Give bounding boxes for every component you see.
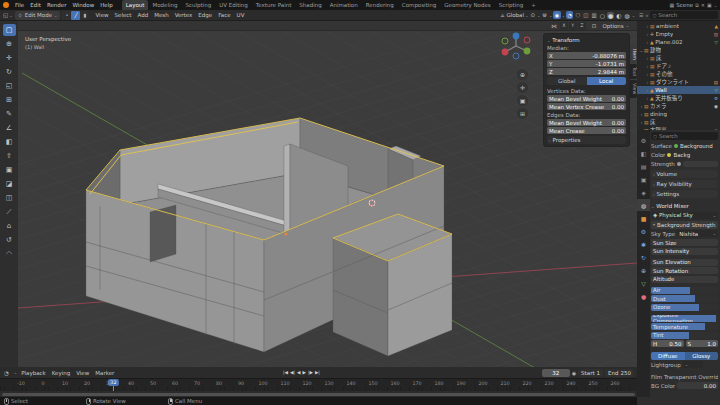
outliner-item-dining[interactable]: ›▤dining <box>637 110 720 118</box>
global-button[interactable]: Global <box>547 77 587 85</box>
workspace-tab-shading[interactable]: Shading <box>295 0 325 10</box>
mirror-x-button[interactable]: X <box>560 22 568 30</box>
mode-dropdown[interactable]: ⬦ Edit Mode ⌄ <box>15 11 61 20</box>
menu-render[interactable]: Render <box>44 2 70 8</box>
jump-next-keyframe-button[interactable]: |▶ <box>308 370 313 375</box>
play-reverse-button[interactable]: ◀ <box>297 370 300 375</box>
workspace-tab-modeling[interactable]: Modeling <box>148 0 181 10</box>
timeline-menu-view[interactable]: View <box>76 370 89 376</box>
options-caret-icon[interactable]: ⌄ <box>626 23 629 28</box>
viewport-menu-face[interactable]: Face <box>215 12 233 18</box>
pivot-caret-icon[interactable]: ⌄ <box>537 13 540 18</box>
data-field[interactable]: Mean Bevel Weight0.00 <box>547 119 626 126</box>
proportional-editing-icon[interactable]: ◉ <box>553 11 560 19</box>
data-field[interactable]: Mean Vertex Crease0.00 <box>547 103 626 110</box>
pan-icon[interactable]: ✛ <box>517 82 528 93</box>
outliner-item-床[interactable]: ›▤床 <box>637 54 720 62</box>
toggle-perspective-icon[interactable]: ⊞ <box>517 108 528 119</box>
proportional-falloff-icon[interactable]: ◔ <box>566 11 573 19</box>
snap-caret-icon[interactable]: ⌄ <box>549 13 552 18</box>
properties-tab-modifiers[interactable]: ⚙ <box>637 225 650 237</box>
workspace-tab-compositing[interactable]: Compositing <box>398 0 440 10</box>
shading-material-icon[interactable]: ◐ <box>615 12 622 19</box>
end-frame-field[interactable]: End 250 <box>605 369 634 377</box>
add-workspace-button[interactable]: + <box>527 0 540 10</box>
mirror-z-button[interactable]: Z <box>578 22 586 30</box>
snap-to-icon[interactable]: ⊡ <box>591 23 598 29</box>
orientation-dropdown[interactable]: Global <box>506 12 524 18</box>
slider-ozone[interactable]: Ozone <box>651 304 718 311</box>
navigation-gizmo[interactable] <box>498 32 534 68</box>
n-panel-tab-view[interactable]: View <box>630 80 637 97</box>
slider-sun-elevation[interactable]: Sun Elevation <box>651 259 718 266</box>
tool-select-box[interactable]: ▢ <box>3 24 16 36</box>
orientation-caret-icon[interactable]: ⌄ <box>525 13 528 18</box>
slider-tint[interactable]: Tint <box>651 332 718 339</box>
viewport-menu-uv[interactable]: UV <box>234 12 248 18</box>
median-x-field[interactable]: X-0.88076 m <box>547 52 626 59</box>
outliner-item-天井板張り[interactable]: ›▲天井板張り⚙ <box>637 94 720 102</box>
properties-tab-world[interactable]: ◍ <box>637 199 650 211</box>
outliner-item-ダウンライト[interactable]: ›▤ダウンライト▤ <box>637 78 720 86</box>
gizmo-z-neg[interactable] <box>513 53 519 59</box>
slider-dust[interactable]: Dust <box>651 295 718 302</box>
tool-add-cube[interactable]: ◧ <box>3 136 16 148</box>
panel-world-mixer[interactable]: ⌄World Mixer <box>651 202 718 210</box>
menu-edit[interactable]: Edit <box>27 2 44 8</box>
tool-inset-faces[interactable]: ▣ <box>3 164 16 176</box>
overlays-icon[interactable]: ◫ <box>582 12 589 18</box>
viewport-menu-add[interactable]: Add <box>135 12 152 18</box>
editor-type-icon[interactable]: ◱ <box>2 12 9 18</box>
properties-tab-tool[interactable]: ⚙ <box>637 134 650 146</box>
tool-bevel[interactable]: ◪ <box>3 178 16 190</box>
outliner-item-カメラ[interactable]: ›▤カメラ◉ <box>637 102 720 110</box>
timeline-ruler[interactable]: 32 -100102030405060708090100110120130140… <box>0 378 637 391</box>
slider-sun-rotation[interactable]: Sun Rotation <box>651 267 718 274</box>
house-model[interactable] <box>86 118 452 356</box>
tool-annotate[interactable]: ✎ <box>3 108 16 120</box>
properties-tab-material[interactable]: ● <box>637 290 650 302</box>
shading-caret-icon[interactable]: ⌄ <box>632 13 635 18</box>
timeline-menu-marker[interactable]: Marker <box>95 370 114 376</box>
properties-tab-object[interactable]: ■ <box>637 212 650 224</box>
outliner-item-ambient[interactable]: ›▤ambient▲ <box>637 22 720 30</box>
properties-tab-view-layer[interactable]: ▣ <box>637 173 650 185</box>
hsv-fields[interactable]: H0.50S1.0 <box>651 340 718 348</box>
workspace-tab-sculpting[interactable]: Sculpting <box>181 0 215 10</box>
data-field[interactable]: Mean Crease0.00 <box>547 127 626 134</box>
snap-magnet-icon[interactable]: ⋓ <box>541 12 548 18</box>
timeline-editor-icon[interactable]: ◔ <box>3 370 10 376</box>
workspace-tab-rendering[interactable]: Rendering <box>362 0 398 10</box>
local-button[interactable]: Local <box>587 77 627 85</box>
view-layer-caret-icon[interactable]: ⌄ <box>714 3 717 8</box>
edge-select-button[interactable]: ╱ <box>71 11 80 20</box>
tool-transform[interactable]: ⊞ <box>3 94 16 106</box>
jump-to-start-button[interactable]: |◀ <box>283 370 288 375</box>
tool-measure[interactable]: ∠ <box>3 122 16 134</box>
properties-tab-data[interactable]: ▽ <box>637 277 650 289</box>
camera-view-icon[interactable]: ▣ <box>517 95 528 106</box>
tool-rotate[interactable]: ↻ <box>3 66 16 78</box>
tool-spin[interactable]: ↺ <box>3 234 16 246</box>
outliner-item-Wall[interactable]: ›▲Wall▽ <box>637 86 720 94</box>
gizmo-x-neg[interactable] <box>524 37 530 43</box>
properties-tab-output[interactable]: ▤ <box>637 160 650 172</box>
workspace-tab-scripting[interactable]: Scripting <box>495 0 527 10</box>
current-frame-field[interactable]: 32 <box>542 369 570 377</box>
workspace-tab-layout[interactable]: Layout <box>122 0 149 10</box>
viewport-menu-view[interactable]: View <box>92 12 111 18</box>
properties-tab-constraints[interactable]: ⊕ <box>637 264 650 276</box>
jump-to-end-button[interactable]: ▶| <box>315 370 320 375</box>
viewport-menu-vertex[interactable]: Vertex <box>172 12 196 18</box>
median-z-field[interactable]: Z2.9844 m <box>547 68 626 75</box>
pivot-point-icon[interactable]: ⊙ <box>529 12 536 18</box>
panel-settings[interactable]: ›Settings <box>651 190 718 198</box>
n-panel-tab-item[interactable]: Item <box>630 46 637 63</box>
transform-panel-header[interactable]: ⌄ Transform <box>547 36 626 44</box>
options-dropdown[interactable]: Options <box>602 23 623 29</box>
workspace-tab-uv-editing[interactable]: UV Editing <box>215 0 252 10</box>
node-selector[interactable]: ◈ Physical Sky⌄ <box>651 212 718 219</box>
new-scene-icon[interactable]: ⧉ <box>695 2 699 9</box>
outliner-editor-icon[interactable]: ☰ <box>639 12 643 18</box>
properties-search-input[interactable]: ○ Search <box>651 132 718 140</box>
